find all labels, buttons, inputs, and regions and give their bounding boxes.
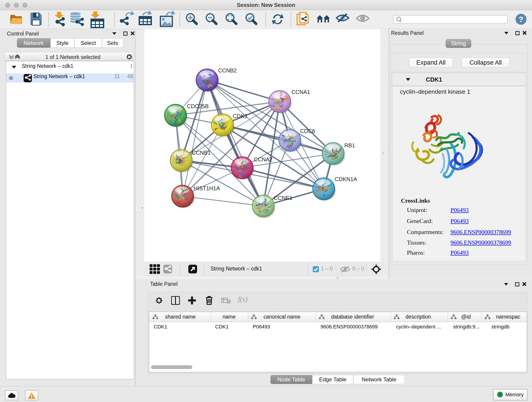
svg-text:HIST1H1A: HIST1H1A <box>194 185 220 191</box>
svg-text:CDC6: CDC6 <box>300 128 315 134</box>
svg-text:CDC25B: CDC25B <box>187 103 209 109</box>
svg-text:CCNE1: CCNE1 <box>274 195 292 201</box>
svg-text:CCNB1: CCNB1 <box>192 150 210 156</box>
svg-text:CCNA2: CCNA2 <box>254 156 272 162</box>
svg-text:CCNB2: CCNB2 <box>218 67 237 74</box>
svg-text:CDK1: CDK1 <box>233 113 247 119</box>
svg-text:CCNA1: CCNA1 <box>291 89 310 95</box>
svg-text:RB1: RB1 <box>344 142 355 148</box>
svg-text:CDKN1A: CDKN1A <box>335 176 357 182</box>
